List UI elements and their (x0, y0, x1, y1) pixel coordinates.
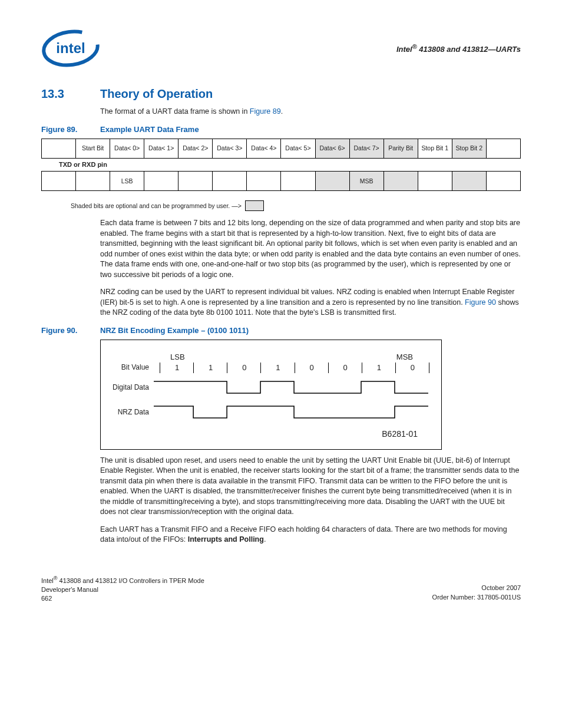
figure-link-89[interactable]: Figure 89 (250, 107, 281, 116)
nrz-diagram: LSB MSB Bit Value 1 1 0 1 0 0 1 0 Digita… (100, 340, 442, 450)
pin-label: TXD or RXD pin (59, 160, 521, 169)
section-heading: 13.3 Theory of Operation (41, 85, 521, 102)
paragraph-1: Each data frame is between 7 bits and 12… (100, 218, 521, 280)
paragraph-2: NRZ coding can be used by the UART to re… (100, 287, 521, 318)
diagram-code: B6281-01 (108, 429, 429, 440)
bit-value-label: Bit Value (108, 364, 154, 371)
intro-paragraph: The format of a UART data frame is shown… (100, 107, 521, 117)
figure-89-caption: Figure 89. Example UART Data Frame (41, 124, 521, 135)
header-doc-title: Intel® 413808 and 413812—UARTs (396, 42, 521, 55)
uart-frame-data-row: LSB MSB (41, 171, 521, 191)
nrz-data-label: NRZ Data (108, 409, 154, 416)
figure-link-90[interactable]: Figure 90 (465, 298, 496, 307)
section-number: 13.3 (41, 85, 77, 102)
msb-label: MSB (292, 352, 429, 363)
page-footer: Intel® 413808 and 413812 I/O Controllers… (41, 575, 521, 604)
figure-90-caption: Figure 90. NRZ Bit Encoding Example – (0… (41, 325, 521, 336)
section-title: Theory of Operation (100, 85, 213, 102)
uart-frame-header-row: Start Bit Data< 0> Data< 1> Data< 2> Dat… (41, 139, 521, 159)
footer-left: Intel® 413808 and 413812 I/O Controllers… (41, 575, 204, 604)
footer-right: October 2007 Order Number: 317805-001US (432, 575, 521, 604)
shade-swatch (245, 200, 264, 211)
shaded-bits-note: Shaded bits are optional and can be prog… (71, 200, 521, 211)
paragraph-3: The unit is disabled upon reset, and use… (100, 456, 521, 518)
lsb-label: LSB (154, 352, 292, 363)
nrz-waveform (154, 401, 429, 423)
digital-waveform (154, 377, 429, 398)
svg-text:intel: intel (56, 40, 85, 56)
intel-logo: intel (41, 29, 100, 68)
paragraph-4: Each UART has a Transmit FIFO and a Rece… (100, 525, 521, 545)
page-header: intel Intel® 413808 and 413812—UARTs (41, 29, 521, 68)
bit-value-row: 1 1 0 1 0 0 1 0 (154, 363, 429, 373)
digital-data-label: Digital Data (108, 384, 154, 391)
